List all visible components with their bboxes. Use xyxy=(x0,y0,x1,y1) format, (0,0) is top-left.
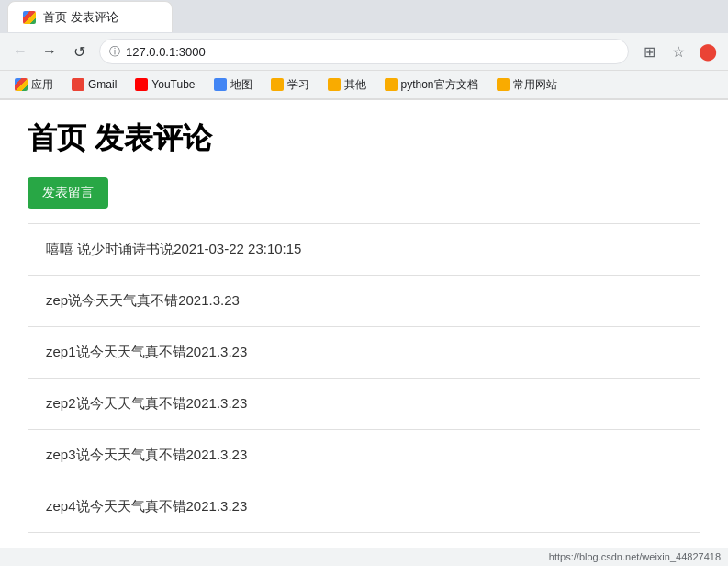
bookmark-study[interactable]: 学习 xyxy=(263,75,317,95)
bookmark-gmail[interactable]: Gmail xyxy=(64,76,124,93)
back-button[interactable]: ← xyxy=(7,39,33,64)
bookmark-maps[interactable]: 地图 xyxy=(207,75,260,95)
status-bar: https://blog.csdn.net/weixin_44827418 xyxy=(0,548,728,560)
toolbar-icons: ⊞ ☆ ⬤ xyxy=(636,39,721,64)
bookmark-youtube-label: YouTube xyxy=(151,78,195,91)
active-tab[interactable]: 首页 发表评论 xyxy=(7,1,173,32)
bookmark-other-label: 其他 xyxy=(344,77,366,93)
bookmark-maps-label: 地图 xyxy=(230,77,252,93)
list-item: zep3说今天天气真不错2021.3.23 xyxy=(28,430,700,481)
bookmark-common[interactable]: 常用网站 xyxy=(489,75,565,95)
reload-button[interactable]: ↺ xyxy=(66,39,92,64)
bookmark-icon[interactable]: ☆ xyxy=(666,39,691,64)
youtube-icon xyxy=(135,78,148,91)
bookmark-study-label: 学习 xyxy=(287,77,309,93)
post-comment-button[interactable]: 发表留言 xyxy=(28,177,108,209)
bookmark-other[interactable]: 其他 xyxy=(320,75,374,95)
browser-chrome: 首页 发表评论 ← → ↺ ⓘ 127.0.0.1:3000 ⊞ ☆ ⬤ 应用 … xyxy=(0,0,728,100)
list-item: zep说今天天气真不错2021.3.23 xyxy=(28,276,700,327)
bookmark-common-label: 常用网站 xyxy=(513,77,557,93)
list-item: 嘻嘻 说少时诵诗书说2021-03-22 23:10:15 xyxy=(28,224,700,276)
study-folder-icon xyxy=(271,78,284,91)
address-bar[interactable]: ⓘ 127.0.0.1:3000 xyxy=(99,39,629,64)
page-title: 首页 发表评论 xyxy=(28,119,700,159)
tab-favicon xyxy=(23,11,36,24)
page-content: 首页 发表评论 发表留言 嘻嘻 说少时诵诗书说2021-03-22 23:10:… xyxy=(0,100,728,560)
comment-list: 嘻嘻 说少时诵诗书说2021-03-22 23:10:15zep说今天天气真不错… xyxy=(28,223,700,533)
profile-icon[interactable]: ⬤ xyxy=(695,39,721,64)
status-url: https://blog.csdn.net/weixin_44827418 xyxy=(549,551,721,560)
bookmarks-bar: 应用 Gmail YouTube 地图 学习 其他 python官方文档 常用 xyxy=(0,70,728,99)
bookmark-apps[interactable]: 应用 xyxy=(7,75,61,95)
bookmark-python[interactable]: python官方文档 xyxy=(377,75,486,95)
other-folder-icon xyxy=(328,78,341,91)
apps-icon xyxy=(15,78,28,91)
bookmark-apps-label: 应用 xyxy=(31,77,53,93)
bookmark-youtube[interactable]: YouTube xyxy=(128,76,202,93)
common-folder-icon xyxy=(497,78,510,91)
python-folder-icon xyxy=(385,78,398,91)
list-item: zep1说今天天气真不错2021.3.23 xyxy=(28,327,700,379)
address-text: 127.0.0.1:3000 xyxy=(126,45,206,59)
tab-bar: 首页 发表评论 xyxy=(0,0,728,33)
list-item: zep4说今天天气真不错2021.3.23 xyxy=(28,481,700,533)
gmail-icon xyxy=(72,78,84,91)
list-item: zep2说今天天气真不错2021.3.23 xyxy=(28,379,700,430)
bookmark-python-label: python官方文档 xyxy=(401,77,478,93)
toolbar: ← → ↺ ⓘ 127.0.0.1:3000 ⊞ ☆ ⬤ xyxy=(0,33,728,70)
lock-icon: ⓘ xyxy=(109,44,120,60)
forward-button[interactable]: → xyxy=(37,39,62,64)
translate-icon[interactable]: ⊞ xyxy=(636,39,662,64)
maps-icon xyxy=(214,78,227,91)
tab-title: 首页 发表评论 xyxy=(43,9,118,26)
bookmark-gmail-label: Gmail xyxy=(88,78,117,91)
